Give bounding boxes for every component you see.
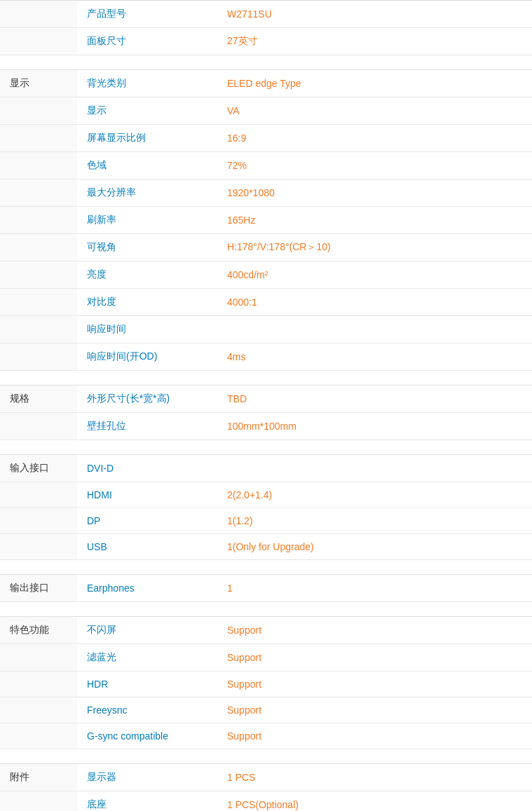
label-cell: 色域	[77, 152, 217, 179]
separator-row	[0, 749, 532, 764]
value-cell: 16:9	[217, 125, 532, 152]
separator-row	[0, 560, 532, 575]
label-cell: 刷新率	[77, 207, 217, 234]
table-row: 特色功能不闪屏Support	[0, 617, 532, 644]
value-cell: 1(1.2)	[217, 508, 532, 534]
label-cell: 面板尺寸	[77, 28, 217, 55]
category-cell	[0, 1, 77, 28]
table-row: 输入接口DVI-D	[0, 455, 532, 482]
category-cell: 特色功能	[0, 617, 77, 644]
label-cell: 响应时间(开OD)	[77, 343, 217, 371]
label-cell: HDR	[77, 672, 217, 697]
value-cell: ELED edge Type	[217, 70, 532, 97]
value-cell: 165Hz	[217, 207, 532, 234]
category-cell	[0, 125, 77, 152]
table-row: 响应时间	[0, 316, 532, 343]
table-row: 刷新率165Hz	[0, 207, 532, 234]
label-cell: 显示器	[77, 764, 217, 791]
table-row: 附件显示器1 PCS	[0, 764, 532, 791]
spec-table: 产品型号W2711SU面板尺寸27英寸显示背光类别ELED edge Type显…	[0, 0, 532, 811]
label-cell: 壁挂孔位	[77, 413, 217, 440]
value-cell: Support	[217, 617, 532, 644]
category-cell: 输出接口	[0, 575, 77, 602]
table-row: 亮度400cd/m²	[0, 261, 532, 289]
category-cell: 附件	[0, 764, 77, 791]
table-row: 滤蓝光Support	[0, 644, 532, 672]
label-cell: HDMI	[77, 482, 217, 508]
label-cell: 屏幕显示比例	[77, 125, 217, 152]
value-cell: 1(Only for Upgrade)	[217, 534, 532, 560]
table-row: 规格外形尺寸(长*宽*高)TBD	[0, 386, 532, 413]
category-cell	[0, 97, 77, 125]
table-row: USB1(Only for Upgrade)	[0, 534, 532, 560]
label-cell: 产品型号	[77, 1, 217, 28]
label-cell: USB	[77, 534, 217, 560]
table-row: 显示背光类别ELED edge Type	[0, 70, 532, 97]
label-cell: 最大分辨率	[77, 179, 217, 207]
label-cell: 响应时间	[77, 316, 217, 343]
category-cell	[0, 534, 77, 560]
category-cell	[0, 179, 77, 207]
category-cell: 显示	[0, 70, 77, 97]
table-row: 可视角H:178°/V:178°(CR＞10)	[0, 234, 532, 261]
value-cell: Support	[217, 697, 532, 723]
label-cell: G-sync compatible	[77, 723, 217, 749]
value-cell: 1	[217, 575, 532, 602]
table-row: 最大分辨率1920*1080	[0, 179, 532, 207]
value-cell: 400cd/m²	[217, 261, 532, 289]
table-row: 对比度4000:1	[0, 289, 532, 316]
table-row: 响应时间(开OD)4ms	[0, 343, 532, 371]
value-cell: W2711SU	[217, 1, 532, 28]
value-cell: 72%	[217, 152, 532, 179]
label-cell: 对比度	[77, 289, 217, 316]
category-cell	[0, 343, 77, 371]
value-cell: Support	[217, 672, 532, 697]
category-cell	[0, 316, 77, 343]
value-cell: Support	[217, 644, 532, 672]
value-cell: 4000:1	[217, 289, 532, 316]
category-cell	[0, 152, 77, 179]
table-row: 色域72%	[0, 152, 532, 179]
category-cell	[0, 28, 77, 55]
label-cell: DP	[77, 508, 217, 534]
value-cell: 4ms	[217, 343, 532, 371]
value-cell: 1 PCS	[217, 764, 532, 791]
category-cell	[0, 508, 77, 534]
table-row: DP1(1.2)	[0, 508, 532, 534]
table-row: 底座1 PCS(Optional)	[0, 791, 532, 812]
category-cell: 输入接口	[0, 455, 77, 482]
label-cell: 底座	[77, 791, 217, 812]
value-cell: TBD	[217, 386, 532, 413]
separator-row	[0, 602, 532, 617]
category-cell: 规格	[0, 386, 77, 413]
separator-row	[0, 371, 532, 386]
category-cell	[0, 234, 77, 261]
category-cell	[0, 207, 77, 234]
table-row: G-sync compatibleSupport	[0, 723, 532, 749]
table-row: FreeysncSupport	[0, 697, 532, 723]
table-row: 屏幕显示比例16:9	[0, 125, 532, 152]
label-cell: Freeysnc	[77, 697, 217, 723]
value-cell: 2(2.0+1.4)	[217, 482, 532, 508]
label-cell: Earphones	[77, 575, 217, 602]
value-cell: VA	[217, 97, 532, 125]
label-cell: 外形尺寸(长*宽*高)	[77, 386, 217, 413]
label-cell: 不闪屏	[77, 617, 217, 644]
value-cell: H:178°/V:178°(CR＞10)	[217, 234, 532, 261]
label-cell: 滤蓝光	[77, 644, 217, 672]
label-cell: 可视角	[77, 234, 217, 261]
category-cell	[0, 644, 77, 672]
category-cell	[0, 723, 77, 749]
category-cell	[0, 289, 77, 316]
table-row: 产品型号W2711SU	[0, 1, 532, 28]
value-cell: 1920*1080	[217, 179, 532, 207]
table-row: HDMI2(2.0+1.4)	[0, 482, 532, 508]
label-cell: 亮度	[77, 261, 217, 289]
value-cell	[217, 316, 532, 343]
value-cell: Support	[217, 723, 532, 749]
table-row: 面板尺寸27英寸	[0, 28, 532, 55]
value-cell: 100mm*100mm	[217, 413, 532, 440]
value-cell: 27英寸	[217, 28, 532, 55]
table-row: 壁挂孔位100mm*100mm	[0, 413, 532, 440]
label-cell: 背光类别	[77, 70, 217, 97]
